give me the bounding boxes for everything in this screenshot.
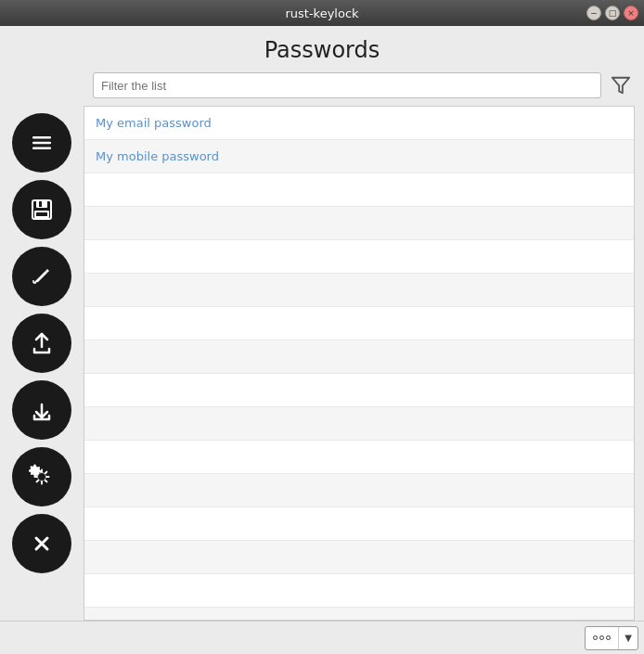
titlebar-title: rust-keylock (285, 6, 358, 20)
import-button[interactable] (12, 380, 71, 440)
svg-rect-6 (39, 201, 42, 207)
list-item-empty (84, 340, 634, 374)
edit-button[interactable] (12, 247, 71, 306)
filter-button[interactable] (607, 72, 635, 98)
bottom-widget[interactable]: ▼ (585, 626, 638, 650)
list-item-empty (84, 541, 634, 574)
bottom-widget-main[interactable] (586, 627, 619, 649)
list-item-text: My mobile password (96, 149, 219, 163)
close-button[interactable] (12, 514, 71, 573)
close-window-button[interactable]: × (624, 6, 638, 20)
list-item-empty (84, 574, 634, 608)
svg-marker-0 (612, 78, 629, 94)
svg-point-11 (38, 473, 45, 481)
list-item-empty (84, 207, 634, 240)
search-area (0, 72, 644, 106)
search-input[interactable] (93, 72, 601, 98)
main-area: My email password My mobile password (0, 106, 644, 621)
list-item-empty (84, 374, 634, 407)
export-button[interactable] (12, 314, 71, 373)
dot (599, 635, 604, 640)
list-item-empty (84, 307, 634, 340)
save-button[interactable] (12, 180, 71, 239)
svg-rect-2 (32, 142, 51, 145)
settings-button[interactable] (12, 447, 71, 507)
menu-button[interactable] (12, 113, 71, 173)
minimize-button[interactable]: − (586, 6, 601, 20)
list-item[interactable]: My email password (84, 107, 634, 140)
list-item-empty (84, 507, 634, 541)
page-title: Passwords (0, 26, 644, 72)
list-item-empty (84, 474, 634, 507)
svg-rect-1 (32, 136, 51, 139)
list-item-text: My email password (96, 116, 212, 130)
list-item-empty (84, 274, 634, 307)
dropdown-arrow[interactable]: ▼ (619, 627, 638, 649)
window-body: Passwords (0, 26, 644, 654)
titlebar-controls: − □ × (586, 6, 638, 20)
list-item-empty (84, 407, 634, 441)
list-item-empty (84, 608, 634, 621)
list-item-empty (84, 173, 634, 207)
list-item-empty (84, 240, 634, 274)
list-item-empty (84, 441, 634, 474)
dot-menu-icon (593, 635, 611, 640)
list-item[interactable]: My mobile password (84, 140, 634, 173)
titlebar: rust-keylock − □ × (0, 0, 644, 26)
maximize-button[interactable]: □ (605, 6, 620, 20)
sidebar (0, 106, 84, 621)
dot (593, 635, 598, 640)
bottom-bar: ▼ (0, 621, 644, 654)
dot (606, 635, 611, 640)
svg-rect-8 (36, 212, 47, 216)
svg-rect-3 (32, 147, 51, 150)
password-list: My email password My mobile password (84, 106, 635, 621)
